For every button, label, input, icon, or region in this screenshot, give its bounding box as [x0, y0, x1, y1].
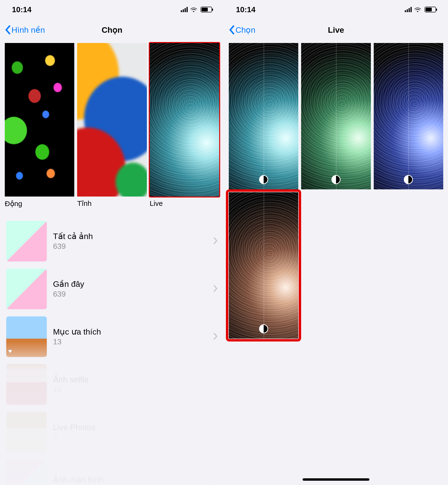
category-label: Động [5, 199, 74, 208]
album-row-favorites[interactable]: ♥ Mục ưa thích 13 [0, 313, 224, 361]
category-label: Tĩnh [77, 199, 147, 207]
cellular-signal-icon [181, 7, 188, 12]
album-row-recents[interactable]: Gần đây 639 [0, 265, 224, 313]
album-row-selfies[interactable]: Ảnh selfie 16 [0, 361, 224, 408]
album-count: 5 [53, 433, 207, 442]
album-title: Tất cả ảnh [53, 231, 207, 241]
page-title: Live [224, 25, 448, 35]
status-bar: 10:14 [0, 0, 224, 19]
album-title: Gần đây [53, 279, 207, 289]
chevron-left-icon [5, 25, 10, 35]
status-time: 10:14 [12, 5, 32, 14]
live-wallpaper-grid [224, 40, 448, 341]
live-wallpaper-green[interactable] [301, 43, 371, 189]
back-button[interactable]: Chọn [229, 25, 255, 35]
wallpaper-category-row: Động Tĩnh Live [0, 40, 224, 208]
wifi-icon [414, 5, 421, 14]
screen-live-wallpapers: 10:14 Chọn Live [224, 0, 448, 485]
album-title: Ảnh selfie [53, 375, 207, 384]
album-count: 639 [53, 242, 207, 251]
chevron-right-icon [214, 476, 218, 484]
status-time: 10:14 [236, 5, 256, 14]
album-row-live-photos[interactable]: Live Photos 5 [0, 408, 224, 456]
appearance-mode-icon [331, 175, 341, 184]
chevron-right-icon [214, 237, 218, 245]
category-dynamic[interactable]: Động [5, 43, 74, 208]
live-wallpaper-teal[interactable] [229, 43, 298, 189]
chevron-right-icon [214, 380, 218, 389]
appearance-mode-icon [404, 175, 413, 184]
nav-bar: Hình nền Chọn [0, 19, 224, 40]
album-count: 16 [53, 385, 207, 394]
chevron-right-icon [214, 285, 218, 293]
chevron-left-icon [229, 25, 234, 35]
appearance-mode-icon [259, 175, 268, 184]
albums-list: Tất cả ảnh 639 Gần đây 639 ♥ Mục ưa thíc… [0, 217, 224, 485]
album-count: 639 [53, 290, 207, 299]
album-row-all-photos[interactable]: Tất cả ảnh 639 [0, 217, 224, 265]
appearance-mode-icon [259, 324, 268, 333]
heart-icon: ♥ [8, 348, 12, 355]
category-live[interactable]: Live [150, 43, 219, 208]
back-label: Chọn [235, 25, 255, 35]
album-title: Ảnh màn hình [53, 475, 207, 484]
battery-icon [200, 7, 212, 12]
category-static[interactable]: Tĩnh [77, 43, 147, 208]
screen-choose-wallpaper: 10:14 Hình nền Chọn [0, 0, 224, 485]
album-title: Mục ưa thích [53, 327, 207, 336]
album-row-screenshots[interactable]: Ảnh màn hình [0, 456, 224, 485]
nav-bar: Chọn Live [224, 19, 448, 40]
back-label: Hình nền [11, 25, 45, 35]
category-label: Live [150, 199, 219, 207]
status-bar: 10:14 [224, 0, 448, 19]
home-indicator[interactable] [303, 478, 369, 481]
highlighted-thumbnail [150, 43, 219, 197]
wifi-icon [190, 5, 197, 14]
album-title: Live Photos [53, 423, 207, 432]
live-wallpaper-brown[interactable] [229, 192, 298, 339]
battery-icon [424, 7, 436, 12]
live-wallpaper-blue[interactable] [374, 43, 443, 189]
back-button[interactable]: Hình nền [5, 25, 45, 35]
chevron-right-icon [214, 333, 218, 341]
album-count: 13 [53, 337, 207, 346]
cellular-signal-icon [405, 7, 412, 12]
chevron-right-icon [214, 428, 218, 436]
